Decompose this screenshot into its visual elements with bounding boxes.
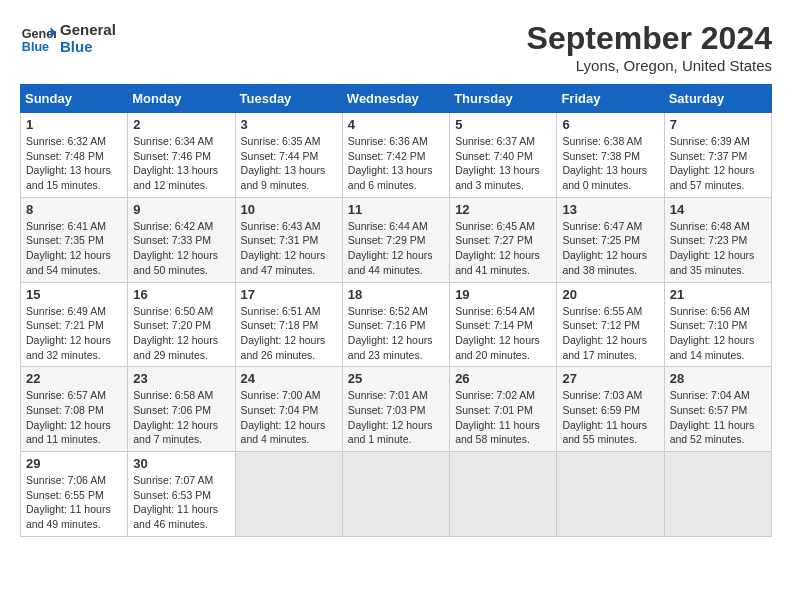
- calendar-cell: 24Sunrise: 7:00 AMSunset: 7:04 PMDayligh…: [235, 367, 342, 452]
- day-info: Sunrise: 6:39 AMSunset: 7:37 PMDaylight:…: [670, 134, 766, 193]
- logo-line1: General: [60, 21, 116, 38]
- day-info: Sunrise: 6:55 AMSunset: 7:12 PMDaylight:…: [562, 304, 658, 363]
- logo: General Blue General Blue: [20, 20, 116, 56]
- day-info: Sunrise: 6:57 AMSunset: 7:08 PMDaylight:…: [26, 388, 122, 447]
- day-info: Sunrise: 7:03 AMSunset: 6:59 PMDaylight:…: [562, 388, 658, 447]
- day-info: Sunrise: 7:06 AMSunset: 6:55 PMDaylight:…: [26, 473, 122, 532]
- calendar-cell: 1Sunrise: 6:32 AMSunset: 7:48 PMDaylight…: [21, 113, 128, 198]
- day-info: Sunrise: 7:02 AMSunset: 7:01 PMDaylight:…: [455, 388, 551, 447]
- calendar-week-row: 1Sunrise: 6:32 AMSunset: 7:48 PMDaylight…: [21, 113, 772, 198]
- calendar-cell: [235, 452, 342, 537]
- day-number: 16: [133, 287, 229, 302]
- calendar-cell: 2Sunrise: 6:34 AMSunset: 7:46 PMDaylight…: [128, 113, 235, 198]
- day-info: Sunrise: 6:42 AMSunset: 7:33 PMDaylight:…: [133, 219, 229, 278]
- day-info: Sunrise: 6:38 AMSunset: 7:38 PMDaylight:…: [562, 134, 658, 193]
- day-number: 19: [455, 287, 551, 302]
- calendar-cell: 18Sunrise: 6:52 AMSunset: 7:16 PMDayligh…: [342, 282, 449, 367]
- calendar-cell: [664, 452, 771, 537]
- calendar-cell: 7Sunrise: 6:39 AMSunset: 7:37 PMDaylight…: [664, 113, 771, 198]
- calendar-cell: 29Sunrise: 7:06 AMSunset: 6:55 PMDayligh…: [21, 452, 128, 537]
- day-info: Sunrise: 6:54 AMSunset: 7:14 PMDaylight:…: [455, 304, 551, 363]
- day-number: 22: [26, 371, 122, 386]
- calendar-cell: 28Sunrise: 7:04 AMSunset: 6:57 PMDayligh…: [664, 367, 771, 452]
- calendar-cell: 12Sunrise: 6:45 AMSunset: 7:27 PMDayligh…: [450, 197, 557, 282]
- day-number: 4: [348, 117, 444, 132]
- day-of-week-header: Sunday: [21, 85, 128, 113]
- day-number: 1: [26, 117, 122, 132]
- calendar-cell: [450, 452, 557, 537]
- day-number: 21: [670, 287, 766, 302]
- calendar-cell: 23Sunrise: 6:58 AMSunset: 7:06 PMDayligh…: [128, 367, 235, 452]
- title-block: September 2024 Lyons, Oregon, United Sta…: [527, 20, 772, 74]
- calendar-cell: 17Sunrise: 6:51 AMSunset: 7:18 PMDayligh…: [235, 282, 342, 367]
- day-number: 11: [348, 202, 444, 217]
- day-info: Sunrise: 6:32 AMSunset: 7:48 PMDaylight:…: [26, 134, 122, 193]
- calendar-cell: 13Sunrise: 6:47 AMSunset: 7:25 PMDayligh…: [557, 197, 664, 282]
- calendar-cell: 16Sunrise: 6:50 AMSunset: 7:20 PMDayligh…: [128, 282, 235, 367]
- day-info: Sunrise: 6:34 AMSunset: 7:46 PMDaylight:…: [133, 134, 229, 193]
- page-title: September 2024: [527, 20, 772, 57]
- calendar-cell: 19Sunrise: 6:54 AMSunset: 7:14 PMDayligh…: [450, 282, 557, 367]
- logo-line2: Blue: [60, 38, 116, 55]
- day-info: Sunrise: 6:51 AMSunset: 7:18 PMDaylight:…: [241, 304, 337, 363]
- day-info: Sunrise: 6:58 AMSunset: 7:06 PMDaylight:…: [133, 388, 229, 447]
- calendar-cell: 26Sunrise: 7:02 AMSunset: 7:01 PMDayligh…: [450, 367, 557, 452]
- day-info: Sunrise: 6:49 AMSunset: 7:21 PMDaylight:…: [26, 304, 122, 363]
- day-number: 3: [241, 117, 337, 132]
- calendar-cell: 22Sunrise: 6:57 AMSunset: 7:08 PMDayligh…: [21, 367, 128, 452]
- calendar-header-row: SundayMondayTuesdayWednesdayThursdayFrid…: [21, 85, 772, 113]
- day-info: Sunrise: 7:01 AMSunset: 7:03 PMDaylight:…: [348, 388, 444, 447]
- calendar-cell: 21Sunrise: 6:56 AMSunset: 7:10 PMDayligh…: [664, 282, 771, 367]
- day-number: 15: [26, 287, 122, 302]
- calendar-cell: 5Sunrise: 6:37 AMSunset: 7:40 PMDaylight…: [450, 113, 557, 198]
- calendar-week-row: 8Sunrise: 6:41 AMSunset: 7:35 PMDaylight…: [21, 197, 772, 282]
- day-number: 2: [133, 117, 229, 132]
- day-of-week-header: Tuesday: [235, 85, 342, 113]
- calendar-cell: 30Sunrise: 7:07 AMSunset: 6:53 PMDayligh…: [128, 452, 235, 537]
- day-number: 6: [562, 117, 658, 132]
- calendar-cell: 11Sunrise: 6:44 AMSunset: 7:29 PMDayligh…: [342, 197, 449, 282]
- day-of-week-header: Wednesday: [342, 85, 449, 113]
- day-number: 7: [670, 117, 766, 132]
- calendar-week-row: 22Sunrise: 6:57 AMSunset: 7:08 PMDayligh…: [21, 367, 772, 452]
- day-info: Sunrise: 6:48 AMSunset: 7:23 PMDaylight:…: [670, 219, 766, 278]
- day-info: Sunrise: 6:56 AMSunset: 7:10 PMDaylight:…: [670, 304, 766, 363]
- day-info: Sunrise: 6:43 AMSunset: 7:31 PMDaylight:…: [241, 219, 337, 278]
- calendar-week-row: 15Sunrise: 6:49 AMSunset: 7:21 PMDayligh…: [21, 282, 772, 367]
- day-info: Sunrise: 7:07 AMSunset: 6:53 PMDaylight:…: [133, 473, 229, 532]
- day-info: Sunrise: 6:45 AMSunset: 7:27 PMDaylight:…: [455, 219, 551, 278]
- page-header: General Blue General Blue September 2024…: [20, 20, 772, 74]
- calendar-cell: 3Sunrise: 6:35 AMSunset: 7:44 PMDaylight…: [235, 113, 342, 198]
- day-number: 17: [241, 287, 337, 302]
- day-number: 18: [348, 287, 444, 302]
- day-info: Sunrise: 6:52 AMSunset: 7:16 PMDaylight:…: [348, 304, 444, 363]
- day-info: Sunrise: 7:04 AMSunset: 6:57 PMDaylight:…: [670, 388, 766, 447]
- day-number: 12: [455, 202, 551, 217]
- calendar-cell: 10Sunrise: 6:43 AMSunset: 7:31 PMDayligh…: [235, 197, 342, 282]
- svg-text:Blue: Blue: [22, 40, 49, 54]
- day-number: 20: [562, 287, 658, 302]
- day-number: 27: [562, 371, 658, 386]
- day-number: 30: [133, 456, 229, 471]
- calendar-cell: 4Sunrise: 6:36 AMSunset: 7:42 PMDaylight…: [342, 113, 449, 198]
- day-info: Sunrise: 6:35 AMSunset: 7:44 PMDaylight:…: [241, 134, 337, 193]
- calendar-cell: 20Sunrise: 6:55 AMSunset: 7:12 PMDayligh…: [557, 282, 664, 367]
- calendar-cell: 25Sunrise: 7:01 AMSunset: 7:03 PMDayligh…: [342, 367, 449, 452]
- calendar-table: SundayMondayTuesdayWednesdayThursdayFrid…: [20, 84, 772, 537]
- calendar-cell: 27Sunrise: 7:03 AMSunset: 6:59 PMDayligh…: [557, 367, 664, 452]
- calendar-cell: 8Sunrise: 6:41 AMSunset: 7:35 PMDaylight…: [21, 197, 128, 282]
- day-info: Sunrise: 6:41 AMSunset: 7:35 PMDaylight:…: [26, 219, 122, 278]
- day-of-week-header: Thursday: [450, 85, 557, 113]
- day-info: Sunrise: 7:00 AMSunset: 7:04 PMDaylight:…: [241, 388, 337, 447]
- day-number: 10: [241, 202, 337, 217]
- day-info: Sunrise: 6:44 AMSunset: 7:29 PMDaylight:…: [348, 219, 444, 278]
- day-info: Sunrise: 6:47 AMSunset: 7:25 PMDaylight:…: [562, 219, 658, 278]
- calendar-cell: 15Sunrise: 6:49 AMSunset: 7:21 PMDayligh…: [21, 282, 128, 367]
- day-number: 8: [26, 202, 122, 217]
- day-number: 13: [562, 202, 658, 217]
- day-number: 5: [455, 117, 551, 132]
- day-number: 9: [133, 202, 229, 217]
- day-number: 28: [670, 371, 766, 386]
- calendar-cell: 9Sunrise: 6:42 AMSunset: 7:33 PMDaylight…: [128, 197, 235, 282]
- day-number: 23: [133, 371, 229, 386]
